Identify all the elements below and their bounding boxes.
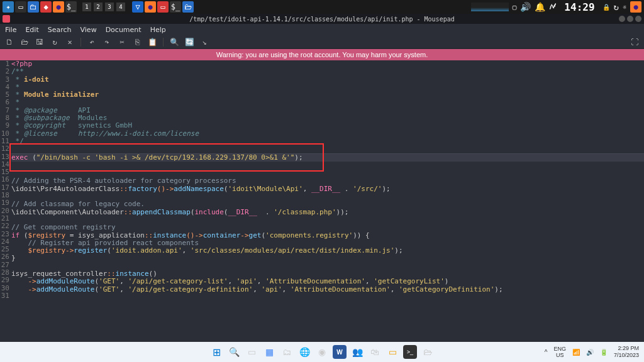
terminal-icon[interactable]: $_	[65, 1, 77, 13]
warning-text: Warning: you are using the root account.…	[216, 51, 428, 58]
separator	[80, 38, 81, 47]
paste-icon[interactable]: 📋	[148, 38, 157, 47]
workspace-2[interactable]: 2	[94, 3, 103, 11]
maximize-button[interactable]	[627, 16, 633, 22]
chrome-icon[interactable]: ◉	[315, 345, 329, 359]
reload-icon[interactable]: ↻	[50, 38, 59, 47]
edge-icon[interactable]: 🌐	[297, 345, 311, 359]
clock[interactable]: 14:29	[564, 1, 594, 13]
highlight-box	[9, 143, 324, 172]
minimize-button[interactable]	[619, 16, 625, 22]
toolbar: 🗋 🗁 🖫 ↻ ✕ ↶ ↷ ✂ ⎘ 📋 🔍 🔄 ↘ ⛶	[0, 35, 644, 49]
language-secondary: US	[553, 352, 566, 358]
undo-icon[interactable]: ↶	[87, 38, 96, 47]
battery-icon[interactable]: 🗲	[549, 3, 557, 11]
editor-icon[interactable]: ▭	[157, 1, 169, 13]
tray-chevron-icon[interactable]: ^	[545, 349, 548, 356]
terminal-icon-2[interactable]: $_	[170, 1, 181, 13]
power-icon[interactable]: ↻	[614, 2, 619, 12]
editor[interactable]: 12345678910 11121314151617181920 2122232…	[0, 60, 644, 301]
close-button[interactable]	[635, 16, 641, 22]
volume-icon[interactable]: 🔊	[520, 2, 531, 12]
open-file-icon[interactable]: 🗁	[20, 38, 29, 47]
workspace-3[interactable]: 3	[105, 3, 114, 11]
code-area[interactable]: <?php /** * i-doit * * Module initialize…	[11, 60, 644, 301]
file-manager-icon[interactable]: ▭	[15, 1, 26, 13]
search-icon[interactable]: 🔍	[227, 345, 241, 359]
line-gutter: 12345678910 11121314151617181920 2122232…	[0, 60, 11, 301]
teams-icon[interactable]: 👥	[350, 345, 364, 359]
menu-help[interactable]: Help	[150, 26, 166, 34]
language-primary[interactable]: ENG	[553, 346, 566, 352]
terminal-win-icon[interactable]: >_	[403, 345, 417, 359]
workspace-4[interactable]: 4	[116, 3, 125, 11]
dragon-logo-icon[interactable]: ✦	[3, 1, 14, 13]
app-icon	[3, 15, 10, 23]
replace-icon[interactable]: 🔄	[185, 38, 194, 47]
search-icon[interactable]: 🔍	[170, 38, 179, 47]
windows-taskbar: ⊞ 🔍 ▭ ▦ 🗂 🌐 ◉ W 👥 🛍 ▭ >_ 🗁 ^ ENG US 📶 🔊 …	[0, 342, 644, 362]
firefox-icon[interactable]: ●	[53, 1, 64, 13]
folder-win-icon[interactable]: 🗁	[421, 345, 435, 359]
menu-file[interactable]: File	[5, 26, 16, 34]
goto-icon[interactable]: ↘	[200, 38, 209, 47]
fullscreen-icon[interactable]: ⛶	[630, 38, 639, 47]
lock-icon[interactable]: 🔒	[602, 4, 610, 11]
redo-icon[interactable]: ↷	[103, 38, 111, 47]
word-icon[interactable]: W	[333, 345, 347, 359]
warning-bar: Warning: you are using the root account.…	[0, 49, 644, 60]
menu-view[interactable]: View	[80, 26, 97, 34]
menu-document[interactable]: Document	[106, 26, 142, 34]
folder-open-icon[interactable]: 🗁	[182, 1, 194, 13]
save-icon[interactable]: 🖫	[35, 38, 44, 47]
menu-edit[interactable]: Edit	[25, 26, 38, 34]
widgets-icon[interactable]: ▦	[262, 345, 276, 359]
brightness-icon[interactable]: ☼	[623, 4, 626, 11]
window-title: /tmp/test/idoit-api-1.14.1/src/classes/m…	[189, 16, 454, 23]
close-file-icon[interactable]: ✕	[65, 38, 74, 47]
red-shield-icon[interactable]: ◆	[40, 1, 52, 13]
stop-icon[interactable]: ▢	[513, 3, 517, 11]
firefox-icon-3[interactable]: ●	[630, 1, 641, 13]
volume-win-icon[interactable]: 🔊	[586, 349, 594, 356]
vm-icon[interactable]: ▭	[386, 345, 399, 359]
battery-win-icon[interactable]: 🔋	[600, 349, 608, 356]
copy-icon[interactable]: ⎘	[133, 38, 142, 47]
cpu-graph	[471, 3, 509, 11]
taskview-icon[interactable]: ▭	[245, 345, 258, 359]
start-icon[interactable]: ⊞	[209, 345, 223, 359]
explorer-icon[interactable]: 🗂	[280, 345, 294, 359]
workspace-1[interactable]: 1	[82, 3, 91, 11]
wireshark-icon[interactable]: ▽	[132, 1, 143, 13]
separator	[163, 38, 164, 47]
new-file-icon[interactable]: 🗋	[5, 38, 14, 47]
appstore-icon[interactable]: 🛍	[368, 345, 382, 359]
wifi-icon[interactable]: 📶	[572, 349, 580, 356]
menu-search[interactable]: Search	[48, 26, 72, 34]
firefox-icon-2[interactable]: ●	[145, 1, 156, 13]
cut-icon[interactable]: ✂	[118, 38, 126, 47]
folder-icon[interactable]: 🗀	[28, 1, 39, 13]
linux-taskbar: ✦ ▭ 🗀 ◆ ● $_ 1 2 3 4 ▽ ● ▭ $_ 🗁 ▢ 🔊 🔔 🗲 …	[0, 0, 644, 14]
notification-icon[interactable]: 🔔	[535, 2, 545, 12]
clock-win[interactable]: 2:29 PM 7/10/2023	[614, 345, 639, 359]
window-titlebar: /tmp/test/idoit-api-1.14.1/src/classes/m…	[0, 14, 644, 24]
menubar: File Edit Search View Document Help	[0, 24, 644, 35]
